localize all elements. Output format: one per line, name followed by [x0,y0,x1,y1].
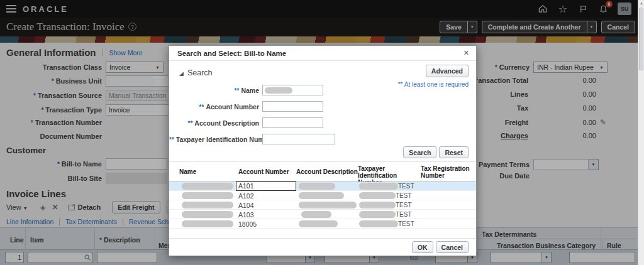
result-row[interactable]: A103 TEST [169,210,476,219]
search-select-dialog: Search and Select: Bill-to Name ✕ ◢Searc… [169,45,477,256]
collapse-triangle-icon: ◢ [179,70,184,77]
scroll-up-icon[interactable]: ▲ [639,1,644,5]
redacted-tin [359,211,396,218]
account-number-cell: 18005 [238,220,257,228]
account-description-input[interactable] [262,117,323,128]
col-tax-registration-number: Tax Registration Number [421,165,470,179]
advanced-button[interactable]: Advanced [426,65,469,77]
scrollbar-thumb[interactable] [639,8,643,70]
account-number-cell-focused[interactable]: A101 [236,181,296,191]
redacted-description [301,211,331,218]
taxpayer-identification-number-input[interactable] [262,134,335,144]
redacted-tin [359,220,398,227]
result-row[interactable]: A102 TEST [169,191,476,200]
redacted-name [182,211,233,218]
redacted-name [182,220,233,227]
search-button[interactable]: Search [403,146,436,158]
redacted-tin [359,192,396,199]
redacted-tin [359,183,398,190]
ok-button[interactable]: OK [412,241,433,253]
account-number-cell: A104 [238,202,254,209]
results-table-header: Name Account Number Account Description … [169,163,476,181]
result-row-selected[interactable]: A101 TEST [169,181,476,191]
dialog-cancel-button[interactable]: Cancel [436,241,469,253]
col-account-number: Account Number [238,168,289,175]
col-name: Name [179,168,196,175]
close-icon[interactable]: ✕ [464,49,469,57]
name-label: Name [241,87,259,94]
redacted-name [182,192,233,199]
account-number-cell: A102 [238,192,254,200]
vertical-scrollbar[interactable]: ▲ [638,0,644,265]
reset-button[interactable]: Reset [439,146,469,158]
dialog-title: Search and Select: Bill-to Name [177,50,286,57]
account-number-input[interactable] [262,101,323,112]
search-section-toggle[interactable]: ◢Search [179,68,213,77]
required-note: ** At least one is required [398,81,469,88]
redacted-description [299,202,357,208]
redacted-value [265,87,292,94]
redacted-description [299,192,344,199]
redacted-description [299,220,338,227]
result-row[interactable]: 18005 TEST [169,219,476,229]
col-account-description: Account Description [296,168,358,175]
redacted-description [299,183,335,190]
redacted-name [182,183,233,190]
account-number-cell: A103 [238,211,254,219]
redacted-name [182,202,233,208]
account-number-label: Account Number [206,103,259,111]
redacted-tin [359,202,396,208]
application-window: ORACLE ☆ 8 SU Create Transaction: Invoic… [0,0,644,265]
taxpayer-identification-number-label: Taxpayer Identification Number [176,136,274,143]
name-input[interactable] [262,85,323,95]
account-description-label: Account Description [194,119,259,127]
result-row[interactable]: A104 TEST [169,200,476,210]
